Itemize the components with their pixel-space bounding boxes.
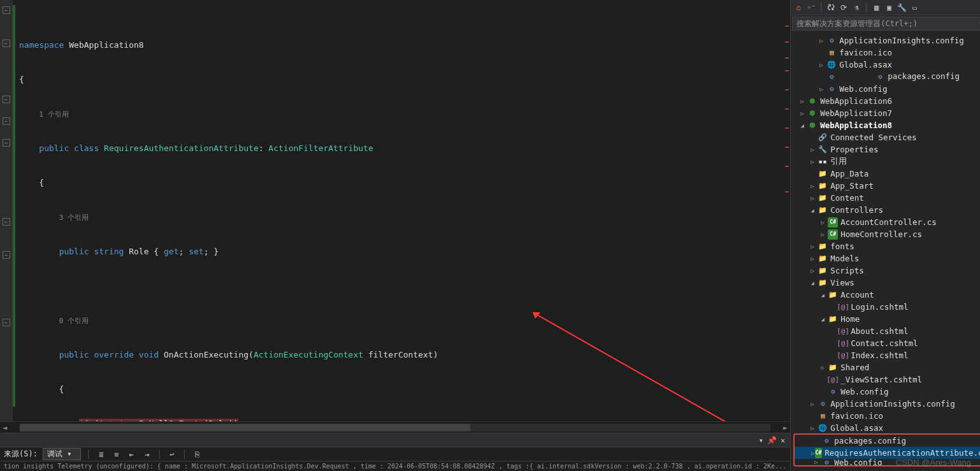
project-webapp7[interactable]: ▷⬢WebApplication7 xyxy=(791,107,980,119)
folder-scripts[interactable]: ▷📁Scripts xyxy=(791,264,980,277)
pin-icon[interactable]: 📌 xyxy=(767,436,777,445)
collapse-toggle[interactable]: − xyxy=(3,251,10,259)
back-icon[interactable]: ◦⁻ xyxy=(806,3,816,13)
sync-icon[interactable]: 🗘 xyxy=(826,3,836,13)
collapse-toggle[interactable]: − xyxy=(3,40,10,47)
folder-appdata[interactable]: 📁App_Data xyxy=(791,168,980,180)
solution-search[interactable]: 搜索解决方案资源管理器(Ctrl+;) ▾ xyxy=(792,17,980,31)
source-dropdown[interactable]: 调试 ▾ xyxy=(43,448,81,460)
refresh-icon[interactable]: ⟳ xyxy=(839,3,849,13)
file-about-cshtml[interactable]: [@]About.cshtml xyxy=(791,325,980,337)
file-homecontroller[interactable]: ▷C#HomeController.cs xyxy=(791,228,980,240)
folder-models[interactable]: ▷📁Models xyxy=(791,252,980,264)
filter-icon[interactable]: ⚗ xyxy=(851,3,861,13)
indent-left-icon[interactable]: ⇤ xyxy=(127,449,137,460)
folder-account[interactable]: ◢📁Account xyxy=(791,289,980,301)
folder-fonts[interactable]: ▷📁fonts xyxy=(791,240,980,252)
file-viewstart[interactable]: [@]_ViewStart.cshtml xyxy=(791,373,980,386)
svg-line-0 xyxy=(533,312,768,421)
folder-content[interactable]: ▷📁Content xyxy=(791,192,980,204)
connected-services[interactable]: 🔗Connected Services xyxy=(791,131,980,143)
outline-gutter: − − − − − − − − xyxy=(0,0,13,421)
collapse-toggle[interactable]: − xyxy=(3,139,10,147)
file-login-cshtml[interactable]: [@]Login.cshtml xyxy=(791,301,980,313)
file-packages2[interactable]: ⚙packages.config xyxy=(795,435,980,447)
file-accountcontroller[interactable]: ▷C#AccountController.cs xyxy=(791,216,980,228)
horizontal-scrollbar[interactable]: ◄ ► xyxy=(0,421,790,433)
solution-explorer: ⌂ ◦⁻ │ 🗘 ⟳ ⚗ │ ▦ ▣ 🔧 ▭ 搜索解决方案资源管理器(Ctrl+… xyxy=(790,0,980,471)
change-indicator-bar xyxy=(781,0,790,421)
collapse-toggle[interactable]: − xyxy=(3,218,10,226)
file-globalasax[interactable]: ▷🌐Global.asax xyxy=(791,59,980,71)
file-favicon2[interactable]: ▦favicon.ico xyxy=(791,410,980,422)
collapse-icon[interactable]: ▣ xyxy=(884,3,895,13)
file-favicon[interactable]: ▦favicon.ico xyxy=(791,47,980,59)
collapse-toggle[interactable]: − xyxy=(3,319,10,326)
home-icon[interactable]: ⌂ xyxy=(793,3,803,13)
folder-views[interactable]: ◢📁Views xyxy=(791,277,980,289)
project-webapp8[interactable]: ◢⬢WebApplication8 xyxy=(791,119,980,131)
folder-appstart[interactable]: ▷📁App_Start xyxy=(791,180,980,192)
clear-icon[interactable]: ≣ xyxy=(96,449,106,460)
collapse-toggle[interactable]: − xyxy=(3,96,10,103)
output-text: tion insights Telemetry (unconfigured): … xyxy=(0,461,790,471)
solution-toolbar: ⌂ ◦⁻ │ 🗘 ⟳ ⚗ │ ▦ ▣ 🔧 ▭ xyxy=(791,0,980,15)
file-requiresauth[interactable]: ▷C#RequiresAuthenticationAttribute.cs xyxy=(795,447,980,459)
file-packages[interactable]: ⚙packages.config xyxy=(839,71,960,82)
dropdown-icon[interactable]: ▾ xyxy=(759,436,763,445)
indent-right-icon[interactable]: ⇥ xyxy=(142,449,152,460)
project-webapp6[interactable]: ▷⬢WebApplication6 xyxy=(791,95,980,107)
showall-icon[interactable]: ▦ xyxy=(872,3,882,13)
file-appinsights2[interactable]: ▷⚙ApplicationInsights.config xyxy=(791,398,980,410)
collapse-toggle[interactable]: − xyxy=(3,117,10,125)
folder-shared[interactable]: ▷📁Shared xyxy=(791,361,980,373)
file-appinsights[interactable]: ▷⚙ApplicationInsights.config xyxy=(791,34,980,47)
output-panel: ▾ 📌 ✕ 来源(S): 调试 ▾ │ ≣ ≡ ⇤ ⇥ │ ↩ │ ⎘ tion… xyxy=(0,433,790,471)
file-globalasax2[interactable]: ▷🌐Global.asax xyxy=(791,422,980,434)
folder-home[interactable]: ◢📁Home xyxy=(791,313,980,325)
close-icon[interactable]: ✕ xyxy=(781,436,785,445)
annotation-highlight-box: ⚙packages.config ▷C#RequiresAuthenticati… xyxy=(793,433,980,467)
link-icon[interactable]: ⎘ xyxy=(192,449,202,460)
toggle-icon[interactable]: ≡ xyxy=(112,449,122,460)
preview-icon[interactable]: ▭ xyxy=(910,3,920,13)
collapse-toggle[interactable]: − xyxy=(3,6,10,14)
file-webconfig3[interactable]: ▷⚙Web.config xyxy=(795,459,980,465)
folder-controllers[interactable]: ◢📁Controllers xyxy=(791,204,980,216)
code-editor[interactable]: namespace WebApplication8 { 1 个引用 public… xyxy=(13,0,781,421)
properties-icon[interactable]: 🔧 xyxy=(897,3,907,13)
properties[interactable]: ▷🔧Properties xyxy=(791,143,980,156)
source-label: 来源(S): xyxy=(4,449,38,460)
file-contact-cshtml[interactable]: [@]Contact.cshtml xyxy=(791,337,980,349)
file-webconfig-views[interactable]: ⚙Web.config xyxy=(791,386,980,398)
file-webconfig[interactable]: ▷⚙Web.config xyxy=(791,83,980,95)
references[interactable]: ▷▪▪引用 xyxy=(791,156,980,168)
wrap-icon[interactable]: ↩ xyxy=(167,449,177,460)
editor-pane: − − − − − − − − namespace WebApplication… xyxy=(0,0,790,471)
file-packages[interactable]: ⚙⚙packages.config xyxy=(791,71,980,83)
file-index-cshtml[interactable]: [@]Index.cshtml xyxy=(791,349,980,361)
solution-tree[interactable]: ▷⚙ApplicationInsights.config ▦favicon.ic… xyxy=(791,32,980,471)
